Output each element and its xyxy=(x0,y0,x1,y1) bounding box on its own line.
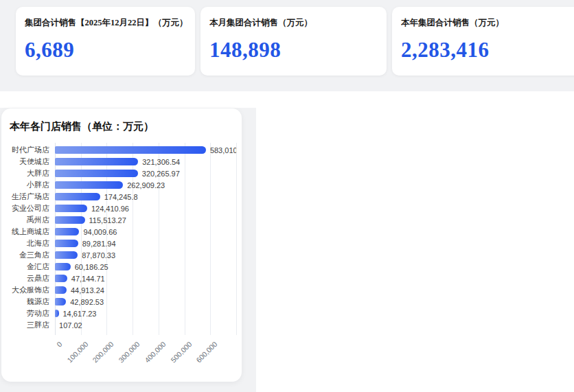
store-sales-chart-card: 本年各门店销售（单位：万元） 时代广场店583,010天使城店321,306.5… xyxy=(1,108,242,382)
bar[interactable] xyxy=(55,251,78,259)
category-label: 小胖店 xyxy=(1,179,55,191)
bar-track: 94,009.66 xyxy=(55,226,236,238)
bar-track: 42,892.53 xyxy=(55,296,236,308)
bar-value-label: 42,892.53 xyxy=(70,298,104,306)
bar-value-label: 124,410.96 xyxy=(91,205,129,213)
bar-value-label: 174,245.8 xyxy=(104,193,138,201)
bar-value-label: 47,144.71 xyxy=(71,275,105,283)
bar-value-label: 89,281.94 xyxy=(82,240,116,248)
bar[interactable] xyxy=(55,298,66,305)
chart-row: 大胖店320,265.97 xyxy=(1,168,242,179)
bar-value-label: 320,265.97 xyxy=(142,170,180,178)
bar-value-label: 321,306.54 xyxy=(142,158,180,166)
bar-track: 89,281.94 xyxy=(55,238,236,249)
bar-track: 44,913.24 xyxy=(55,284,236,296)
bar[interactable] xyxy=(55,193,100,200)
category-label: 金三角店 xyxy=(1,249,55,261)
bar-track: 14,617.23 xyxy=(55,308,236,319)
category-label: 天使城店 xyxy=(1,156,55,168)
chart-row: 天使城店321,306.54 xyxy=(1,156,242,168)
bar-track: 107.02 xyxy=(55,319,236,331)
bar[interactable] xyxy=(55,240,78,247)
chart-row: 小胖店262,909.23 xyxy=(1,179,242,191)
chart-row: 三胖店107.02 xyxy=(1,319,242,331)
bar-track: 47,144.71 xyxy=(55,273,236,284)
category-label: 线上商城店 xyxy=(1,226,55,238)
category-label: 生活广场店 xyxy=(1,191,55,203)
right-content-panel xyxy=(256,108,574,392)
bar[interactable] xyxy=(55,181,123,189)
chart-row: 北海店89,281.94 xyxy=(1,238,242,249)
bar-value-label: 115,513.27 xyxy=(89,216,126,224)
bar[interactable] xyxy=(55,158,138,165)
chart-row: 金汇店60,186.25 xyxy=(1,261,242,273)
category-label: 北海店 xyxy=(1,238,55,249)
category-label: 劳动店 xyxy=(1,308,55,319)
bar-value-label: 44,913.24 xyxy=(71,286,104,295)
bar-track: 320,265.97 xyxy=(55,168,236,179)
bar-track: 60,186.25 xyxy=(55,261,236,273)
category-label: 禹州店 xyxy=(1,214,55,226)
category-label: 金汇店 xyxy=(1,261,55,273)
bar-track: 87,870.33 xyxy=(55,249,236,261)
bar-value-label: 107.02 xyxy=(59,321,82,330)
category-label: 大众服饰店 xyxy=(1,284,55,296)
chart-row: 生活广场店174,245.8 xyxy=(1,191,242,203)
bar[interactable] xyxy=(55,205,87,212)
bar-track: 115,513.27 xyxy=(55,214,236,226)
chart-row: 禹州店115,513.27 xyxy=(1,214,242,226)
bar-track: 174,245.8 xyxy=(55,191,236,203)
chart-rows: 时代广场店583,010天使城店321,306.54大胖店320,265.97小… xyxy=(1,144,242,331)
category-label: 实业公司店 xyxy=(1,203,55,214)
chart-row: 大众服饰店44,913.24 xyxy=(1,284,242,296)
kpi-title: 本月集团合计销售（万元） xyxy=(209,17,376,29)
kpi-title: 集团合计销售【2025年12月22日】（万元） xyxy=(25,17,184,29)
bar-track: 124,410.96 xyxy=(55,203,236,214)
kpi-title: 本年集团合计销售（万元） xyxy=(401,17,574,29)
bar-track: 583,010 xyxy=(55,144,236,156)
kpi-value: 148,898 xyxy=(209,38,376,62)
bar[interactable] xyxy=(55,286,67,294)
chart-row: 劳动店14,617.23 xyxy=(1,308,242,319)
chart-title: 本年各门店销售（单位：万元） xyxy=(10,120,154,133)
kpi-value: 6,689 xyxy=(25,38,184,62)
bar[interactable] xyxy=(55,146,206,154)
chart-row: 魏源店42,892.53 xyxy=(1,296,242,308)
kpi-value: 2,283,416 xyxy=(401,38,574,62)
category-label: 云鼎店 xyxy=(1,273,55,284)
bar-value-label: 94,009.66 xyxy=(83,228,117,236)
bar-value-label: 262,909.23 xyxy=(127,181,165,189)
bar[interactable] xyxy=(55,310,59,317)
bar[interactable] xyxy=(55,228,79,235)
kpi-card-daily-sales: 集团合计销售【2025年12月22日】（万元） 6,689 xyxy=(16,7,195,76)
chart-row: 实业公司店124,410.96 xyxy=(1,203,242,214)
chart-row: 线上商城店94,009.66 xyxy=(1,226,242,238)
bar-value-label: 60,186.25 xyxy=(75,263,108,271)
chart-row: 金三角店87,870.33 xyxy=(1,249,242,261)
chart-row: 云鼎店47,144.71 xyxy=(1,273,242,284)
bar[interactable] xyxy=(55,216,85,224)
bar-track: 321,306.54 xyxy=(55,156,236,168)
category-label: 魏源店 xyxy=(1,296,55,308)
category-label: 大胖店 xyxy=(1,168,55,179)
bar[interactable] xyxy=(55,170,138,177)
bar-value-label: 87,870.33 xyxy=(82,251,115,260)
category-label: 三胖店 xyxy=(1,319,55,331)
section-spacer xyxy=(0,91,574,108)
bar-track: 262,909.23 xyxy=(55,179,236,191)
x-axis: 0100,000200,000300,000400,000500,000600,… xyxy=(55,336,236,372)
bar-value-label: 583,010 xyxy=(210,146,236,154)
bar[interactable] xyxy=(55,275,67,282)
kpi-card-monthly-sales: 本月集团合计销售（万元） 148,898 xyxy=(200,7,387,76)
bar[interactable] xyxy=(55,263,71,270)
chart-row: 时代广场店583,010 xyxy=(1,144,242,156)
bar-value-label: 14,617.23 xyxy=(63,310,97,318)
category-label: 时代广场店 xyxy=(1,144,55,156)
kpi-card-yearly-sales: 本年集团合计销售（万元） 2,283,416 xyxy=(392,7,574,76)
